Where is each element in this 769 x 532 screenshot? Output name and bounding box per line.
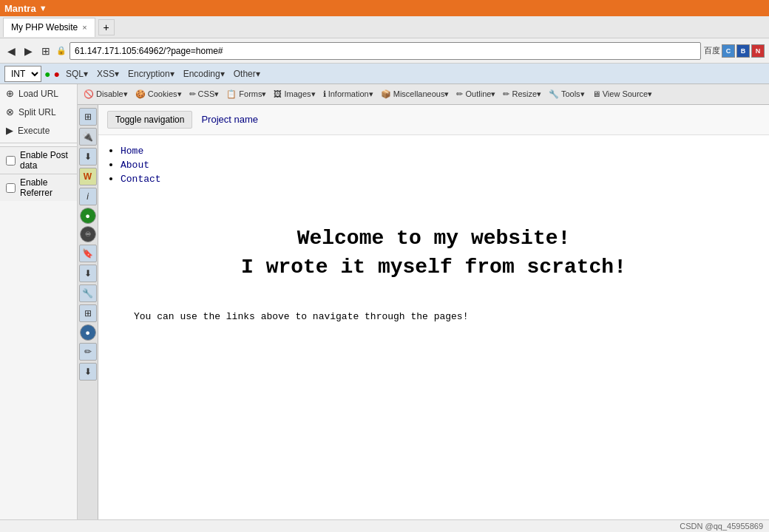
project-name-link[interactable]: Project name	[201, 114, 258, 126]
body-text: You can use the links above to navigate …	[98, 296, 769, 337]
new-tab-button[interactable]: +	[98, 19, 115, 35]
nav-icon-red[interactable]: N	[751, 44, 765, 58]
title-bar: My PHP Website × +	[0, 16, 769, 38]
icon-btn-2[interactable]: 🔌	[79, 128, 97, 146]
tab-title: My PHP Website	[11, 22, 78, 33]
view-source-button[interactable]: 🖥 View Source▾	[589, 89, 656, 100]
css-button[interactable]: ✏ CSS▾	[186, 89, 223, 100]
icon-btn-1[interactable]: ⊞	[79, 108, 97, 126]
int-select[interactable]: INT	[4, 66, 41, 82]
encoding-button[interactable]: Encoding▾	[180, 68, 228, 80]
icon-btn-bookmark[interactable]: 🔖	[79, 245, 97, 262]
outline-button[interactable]: ✏ Outline▾	[453, 89, 498, 100]
toolbar2: 🚫 Disable▾ 🍪 Cookies▾ ✏ CSS▾ 📋 Forms▾ 🖼 …	[78, 84, 769, 105]
browser-tab[interactable]: My PHP Website ×	[3, 18, 95, 37]
split-url-icon: ⊗	[6, 106, 14, 117]
content-area: Toggle navigation Project name Home Abou…	[98, 105, 769, 532]
hero-line2: I wrote it myself from scratch!	[241, 256, 626, 279]
left-icon-panel: ⊞ 🔌 ⬇ W i ● ♾ 🔖 ⬇ 🔧 ⊞ ● ✏ ⬇	[78, 105, 98, 532]
split-url-label: Split URL	[18, 107, 56, 117]
enable-referrer-row: Enable Referrer	[0, 174, 77, 201]
icon-btn-i[interactable]: i	[79, 188, 97, 205]
icon-btn-grid[interactable]: ⊞	[79, 304, 97, 322]
enable-referrer-checkbox[interactable]	[6, 183, 16, 193]
icon-btn-settings[interactable]: 🔧	[79, 284, 97, 302]
images-button[interactable]: 🖼 Images▾	[271, 89, 318, 100]
main-area: ⊞ 🔌 ⬇ W i ● ♾ 🔖 ⬇ 🔧 ⊞ ● ✏ ⬇	[78, 105, 769, 532]
divider	[0, 143, 77, 143]
nav-icon-b[interactable]: B	[736, 44, 750, 58]
dot-green-1: ●	[44, 68, 50, 80]
encryption-button[interactable]: Encryption▾	[125, 68, 177, 80]
hero-heading: Welcome to my website! I wrote it myself…	[113, 224, 754, 282]
nav-link-contact[interactable]: Contact	[121, 174, 161, 185]
xss-button[interactable]: XSS▾	[94, 68, 122, 80]
mantra-bar[interactable]: Mantra ▼	[0, 0, 769, 16]
list-item: Contact	[121, 173, 769, 185]
forms-button[interactable]: 📋 Forms▾	[223, 89, 269, 100]
nav-link-home[interactable]: Home	[121, 146, 143, 157]
toggle-navigation-button[interactable]: Toggle navigation	[107, 111, 192, 129]
toolbar1: INT ● ● SQL▾ XSS▾ Encryption▾ Encoding▾ …	[0, 64, 769, 84]
information-button[interactable]: ℹ Information▾	[320, 89, 376, 100]
body-paragraph: You can use the links above to navigate …	[134, 311, 754, 322]
load-url-item[interactable]: ⊕ Load URL	[0, 84, 77, 103]
disable-button[interactable]: 🚫 Disable▾	[81, 89, 131, 100]
grid-button[interactable]: ⊞	[38, 44, 53, 58]
nav-list: Home About Contact	[121, 135, 769, 194]
icon-btn-circle-green[interactable]: ●	[80, 208, 96, 224]
cookies-button[interactable]: 🍪 Cookies▾	[132, 89, 185, 100]
hero-section: Welcome to my website! I wrote it myself…	[98, 194, 769, 296]
icon-btn-circle-dark[interactable]: ♾	[80, 226, 96, 242]
left-tools-panel: ⊕ Load URL ⊗ Split URL ▶ Execute Enable …	[0, 84, 78, 532]
enable-referrer-label: Enable Referrer	[20, 177, 71, 198]
forward-button[interactable]: ▶	[21, 44, 35, 58]
secure-icon: 🔒	[56, 46, 67, 55]
content-wrapper: 🚫 Disable▾ 🍪 Cookies▾ ✏ CSS▾ 📋 Forms▾ 🖼 …	[78, 84, 769, 532]
footer: CSDN @qq_45955869	[0, 519, 769, 532]
resize-button[interactable]: ✏ Resize▾	[500, 89, 544, 100]
baidu-label: 百度	[704, 45, 720, 56]
dot-red-1: ●	[53, 68, 59, 80]
other-button[interactable]: Other▾	[231, 68, 263, 80]
split-url-item[interactable]: ⊗ Split URL	[0, 103, 77, 121]
icon-btn-w[interactable]: W	[79, 168, 97, 185]
middle-section: ⊕ Load URL ⊗ Split URL ▶ Execute Enable …	[0, 84, 769, 532]
execute-label: Execute	[18, 126, 50, 136]
icon-btn-down[interactable]: ⬇	[79, 265, 97, 282]
baidu-area: 百度 C B N	[704, 44, 765, 58]
nav-bar: ◀ ▶ ⊞ 🔒 百度 C B N	[0, 38, 769, 64]
back-button[interactable]: ◀	[4, 44, 18, 58]
icon-btn-edit[interactable]: ✏	[79, 343, 97, 361]
icon-btn-3[interactable]: ⬇	[79, 148, 97, 166]
load-url-icon: ⊕	[6, 88, 14, 99]
page-content: Toggle navigation Project name Home Abou…	[98, 105, 769, 337]
enable-post-checkbox[interactable]	[6, 156, 16, 166]
nav-link-about[interactable]: About	[121, 160, 149, 171]
load-url-label: Load URL	[18, 89, 58, 99]
tools-button[interactable]: 🔧 Tools▾	[546, 89, 588, 100]
icon-btn-down2[interactable]: ⬇	[79, 363, 97, 381]
enable-post-row: Enable Post data	[0, 146, 77, 174]
hero-line1: Welcome to my website!	[297, 227, 571, 250]
list-item: About	[121, 159, 769, 171]
execute-item[interactable]: ▶ Execute	[0, 121, 77, 140]
mantra-label: Mantra	[4, 3, 36, 14]
list-item: Home	[121, 145, 769, 157]
page-nav-bar: Toggle navigation Project name	[98, 105, 769, 135]
execute-icon: ▶	[6, 125, 13, 136]
address-bar[interactable]	[70, 42, 701, 60]
nav-icon-c[interactable]: C	[722, 44, 735, 58]
enable-post-label: Enable Post data	[20, 150, 71, 171]
sql-button[interactable]: SQL▾	[63, 68, 91, 80]
icon-btn-circle-blue[interactable]: ●	[80, 324, 96, 341]
mantra-arrow: ▼	[39, 4, 47, 13]
tab-close-button[interactable]: ×	[82, 23, 87, 32]
footer-text: CSDN @qq_45955869	[680, 522, 763, 531]
miscellaneous-button[interactable]: 📦 Miscellaneous▾	[378, 89, 453, 100]
